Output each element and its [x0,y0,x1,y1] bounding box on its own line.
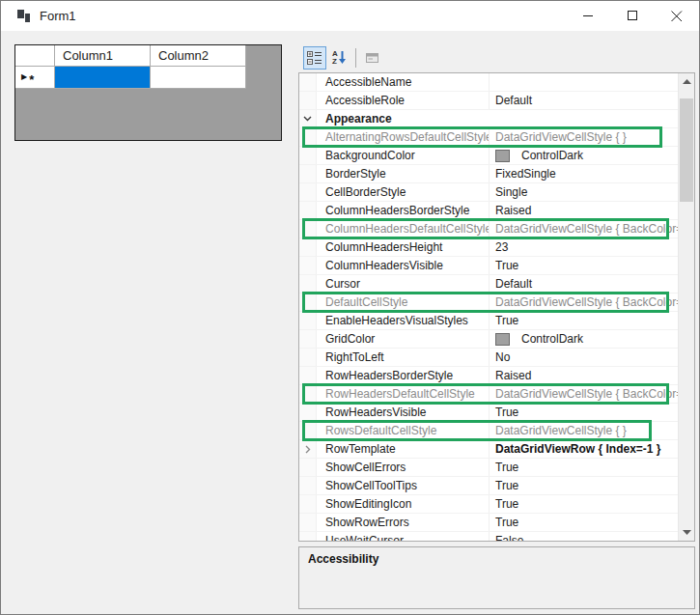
property-row-showeditingicon[interactable]: ShowEditingIconTrue [299,495,678,514]
grid-cell[interactable] [151,67,246,89]
property-row-rowheadersvisible[interactable]: RowHeadersVisibleTrue [299,404,678,422]
property-name[interactable]: Cursor [317,275,490,293]
property-name[interactable]: UseWaitCursor [317,532,490,541]
property-value[interactable]: FixedSingle [490,165,678,182]
property-name[interactable]: RightToLeft [317,349,490,366]
property-name[interactable]: GridColor [317,330,490,348]
property-name[interactable]: DefaultCellStyle [317,294,490,311]
datagridview-control[interactable]: Column1 Column2 ▶ * [14,44,282,141]
property-value[interactable]: Raised [490,367,678,384]
minimize-button[interactable] [566,1,610,31]
property-name[interactable]: RowHeadersDefaultCellStyle [317,385,490,403]
property-row-defaultcellstyle[interactable]: DefaultCellStyleDataGridViewCellStyle { … [299,294,678,312]
property-value[interactable]: 23 [490,238,678,256]
property-name[interactable]: BackgroundColor [317,147,490,164]
property-row-columnheadersheight[interactable]: ColumnHeadersHeight23 [299,238,678,257]
property-row-showcellerrors[interactable]: ShowCellErrorsTrue [299,459,678,477]
property-value[interactable]: ControlDark [490,147,678,164]
grid-cell-selected[interactable] [55,67,151,89]
property-row-showcelltooltips[interactable]: ShowCellToolTipsTrue [299,477,678,495]
property-name[interactable]: CellBorderStyle [317,183,490,201]
maximize-button[interactable] [610,1,655,31]
property-value[interactable]: True [490,257,678,274]
property-name[interactable]: ColumnHeadersVisible [317,257,490,274]
property-row-righttoleft[interactable]: RightToLeftNo [299,349,678,367]
scroll-down-button[interactable] [679,524,694,541]
property-name[interactable]: AccessibleRole [317,92,490,109]
property-name[interactable]: ColumnHeadersHeight [317,238,490,256]
property-value[interactable]: DataGridViewCellStyle { BackColor= [490,220,678,238]
close-button[interactable] [655,1,699,31]
property-row-alternatingrowsdefaultcellstyle[interactable]: AlternatingRowsDefaultCellStyleDataGridV… [299,128,678,147]
property-name[interactable]: ShowRowErrors [317,514,490,531]
toolbar-separator [355,48,356,68]
property-name[interactable]: Appearance [317,110,678,127]
property-name[interactable]: EnableHeadersVisualStyles [317,312,490,329]
property-row-accessiblerole[interactable]: AccessibleRoleDefault [299,92,678,110]
property-name[interactable]: RowHeadersVisible [317,404,490,421]
property-name[interactable]: BorderStyle [317,165,490,182]
property-name[interactable]: ShowEditingIcon [317,495,490,513]
property-value[interactable]: DataGridViewCellStyle { BackColor= [490,294,678,311]
property-row-accessiblename[interactable]: AccessibleName [299,73,678,92]
property-value[interactable]: True [490,312,678,329]
grid-row-header[interactable]: ▶ * [15,67,55,89]
property-name[interactable]: ColumnHeadersDefaultCellStyle [317,220,490,238]
property-row-usewaitcursor[interactable]: UseWaitCursorFalse [299,532,678,541]
property-value[interactable]: Default [490,92,678,109]
property-value[interactable]: DataGridViewCellStyle { BackColor= [490,385,678,403]
property-row-borderstyle[interactable]: BorderStyleFixedSingle [299,165,678,183]
grid-corner-header[interactable] [15,45,55,67]
alphabetical-sort-button[interactable]: AZ [327,46,350,70]
property-row-rowheadersborderstyle[interactable]: RowHeadersBorderStyleRaised [299,367,678,385]
scrollbar-thumb[interactable] [680,98,693,202]
property-name[interactable]: AlternatingRowsDefaultCellStyle [317,128,490,146]
property-value[interactable]: DataGridViewRow { Index=-1 } [490,440,678,458]
property-name[interactable]: AccessibleName [317,73,490,91]
property-name[interactable]: ShowCellErrors [317,459,490,476]
property-row-columnheadersdefaultcellstyle[interactable]: ColumnHeadersDefaultCellStyleDataGridVie… [299,220,678,238]
property-value[interactable]: True [490,495,678,513]
property-row-rowsdefaultcellstyle[interactable]: RowsDefaultCellStyleDataGridViewCellStyl… [299,422,678,440]
property-value[interactable]: True [490,514,678,531]
grid-column-header-1[interactable]: Column1 [55,45,151,67]
categorized-button[interactable] [303,46,326,70]
property-row-cellborderstyle[interactable]: CellBorderStyleSingle [299,183,678,202]
grid-column-header-2[interactable]: Column2 [151,45,246,67]
property-value[interactable]: Single [490,183,678,201]
property-row-enableheadersvisualstyles[interactable]: EnableHeadersVisualStylesTrue [299,312,678,330]
property-value[interactable]: No [490,349,678,366]
vertical-scrollbar[interactable] [678,73,694,541]
property-row-rowheadersdefaultcellstyle[interactable]: RowHeadersDefaultCellStyleDataGridViewCe… [299,385,678,404]
property-name[interactable]: RowsDefaultCellStyle [317,422,490,439]
property-row-columnheadersborderstyle[interactable]: ColumnHeadersBorderStyleRaised [299,202,678,220]
property-value[interactable]: Raised [490,202,678,219]
titlebar[interactable]: Form1 [1,1,699,31]
property-name[interactable]: ShowCellToolTips [317,477,490,494]
property-row-gridcolor[interactable]: GridColorControlDark [299,330,678,349]
property-value[interactable]: Default [490,275,678,293]
property-name[interactable]: RowTemplate [317,440,490,458]
property-row-rowtemplate[interactable]: RowTemplateDataGridViewRow { Index=-1 } [299,440,678,459]
property-row-cursor[interactable]: CursorDefault [299,275,678,294]
property-value[interactable]: True [490,404,678,421]
property-row-columnheadersvisible[interactable]: ColumnHeadersVisibleTrue [299,257,678,275]
scroll-up-button[interactable] [679,73,694,90]
property-row-appearance[interactable]: Appearance [299,110,678,128]
expand-icon[interactable] [299,440,317,458]
property-value[interactable]: ControlDark [490,330,678,348]
property-value[interactable]: DataGridViewCellStyle { } [490,422,678,439]
property-value[interactable] [490,73,678,91]
row-margin [299,349,317,366]
category-collapse-icon[interactable] [299,110,317,127]
property-name[interactable]: ColumnHeadersBorderStyle [317,202,490,219]
row-margin [299,238,317,256]
property-row-backgroundcolor[interactable]: BackgroundColorControlDark [299,147,678,165]
property-value[interactable]: True [490,459,678,476]
property-value[interactable]: DataGridViewCellStyle { } [490,128,678,146]
property-value[interactable]: True [490,477,678,494]
properties-toolbar: AZ [303,45,385,70]
property-row-showrowerrors[interactable]: ShowRowErrorsTrue [299,514,678,532]
property-name[interactable]: RowHeadersBorderStyle [317,367,490,384]
property-value[interactable]: False [490,532,678,541]
